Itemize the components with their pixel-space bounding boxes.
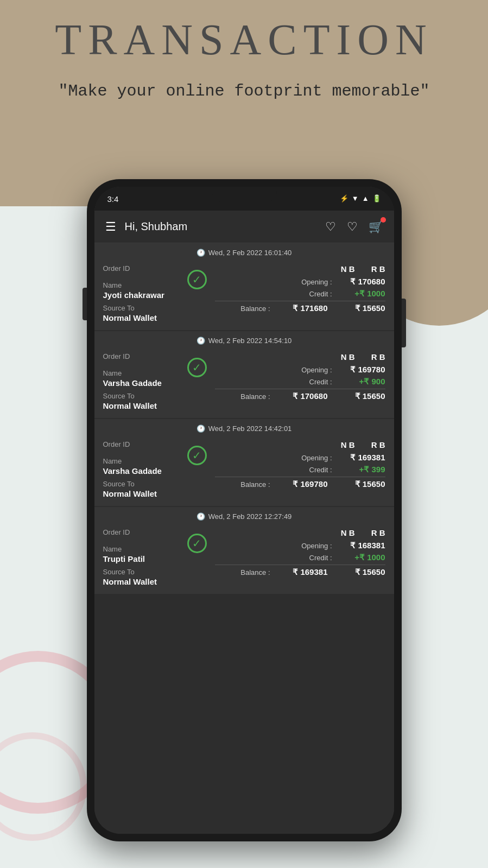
tx-col-headers-4: N B R B	[215, 528, 385, 537]
rb-header-4: R B	[371, 528, 385, 537]
credit-row-1: Credit : +₹ 1000	[215, 289, 385, 299]
opening-val-4: ₹ 168381	[337, 541, 385, 550]
balance-row-1: Balance : ₹ 171680 ₹ 15650	[215, 303, 385, 313]
header-area: TRANSACTION "Make your online footprint …	[0, 0, 488, 103]
rb-header-1: R B	[371, 264, 385, 274]
tx-body-4: Order ID Name Trupti Patil Source To Nor…	[94, 524, 394, 594]
source-label-4: Source To	[103, 568, 179, 576]
name-value-3: Varsha Gadade	[103, 466, 179, 476]
tx-divider-4	[215, 565, 385, 565]
check-mark-2: ✓	[192, 362, 201, 373]
credit-row-2: Credit : +₹ 900	[215, 377, 385, 387]
nav-greeting: Hi, Shubham	[125, 220, 325, 233]
balance-rb-4: ₹ 15650	[337, 567, 385, 577]
opening-label-1: Opening :	[301, 278, 332, 286]
name-label-4: Name	[103, 545, 179, 553]
tx-right-4: N B R B Opening : ₹ 168381 Credit : +₹ 1…	[215, 528, 385, 586]
balance-row-4: Balance : ₹ 169381 ₹ 15650	[215, 567, 385, 577]
nb-header-2: N B	[341, 352, 355, 362]
name-value-4: Trupti Patil	[103, 554, 179, 563]
tx-datetime-1: 🕐 Wed, 2 Feb 2022 16:01:40	[94, 243, 394, 260]
credit-label-2: Credit :	[309, 378, 332, 386]
source-value-1: Normal Wallet	[103, 313, 179, 322]
name-label-1: Name	[103, 281, 179, 289]
rb-header-2: R B	[371, 352, 385, 362]
tx-check-1: ✓	[185, 264, 210, 322]
balance-rb-2: ₹ 15650	[337, 391, 385, 401]
tx-left-4: Order ID Name Trupti Patil Source To Nor…	[103, 528, 179, 586]
opening-row-1: Opening : ₹ 170680	[215, 277, 385, 287]
opening-label-3: Opening :	[301, 454, 332, 462]
clock-icon: 🕐	[197, 249, 205, 257]
tx-col-headers-1: N B R B	[215, 264, 385, 274]
name-label-3: Name	[103, 457, 179, 465]
source-value-3: Normal Wallet	[103, 489, 179, 498]
balance-rb-1: ₹ 15650	[337, 303, 385, 313]
credit-label-1: Credit :	[309, 290, 332, 298]
tx-col-headers-3: N B R B	[215, 440, 385, 449]
transaction-row: 🕐 Wed, 2 Feb 2022 14:54:10 Order ID Name…	[94, 331, 394, 419]
opening-val-3: ₹ 169381	[337, 453, 385, 462]
balance-row-2: Balance : ₹ 170680 ₹ 15650	[215, 391, 385, 401]
nb-header-4: N B	[341, 528, 355, 537]
nav-icons: ♡ ♡ 🛒	[325, 220, 383, 234]
network-icon: ▲	[362, 194, 369, 203]
order-id-label-3: Order ID	[103, 440, 179, 448]
page-title: TRANSACTION	[0, 15, 488, 65]
source-value-4: Normal Wallet	[103, 577, 179, 586]
signal-icon: ⚡	[340, 194, 348, 203]
name-value-1: Jyoti chakrawar	[103, 290, 179, 300]
menu-icon[interactable]: ☰	[105, 220, 116, 234]
balance-nb-1: ₹ 171680	[279, 303, 328, 313]
page-quote: "Make your online footprint memorable"	[0, 80, 488, 103]
balance-label-2: Balance :	[240, 392, 270, 401]
credit-val-4: +₹ 1000	[337, 553, 385, 562]
source-label-3: Source To	[103, 480, 179, 488]
opening-label-4: Opening :	[301, 542, 332, 550]
tx-right-2: N B R B Opening : ₹ 169780 Credit : +₹ 9…	[215, 352, 385, 410]
phone-frame: 3:4 ⚡ ▼ ▲ 🔋 ☰ Hi, Shubham ♡ ♡ 🛒	[87, 179, 402, 841]
cart-icon[interactable]: 🛒	[369, 220, 383, 234]
source-label-2: Source To	[103, 392, 179, 400]
balance-row-3: Balance : ₹ 169780 ₹ 15650	[215, 479, 385, 489]
cart-badge	[381, 217, 386, 223]
check-mark-4: ✓	[192, 538, 201, 549]
tx-divider-2	[215, 389, 385, 389]
tx-body-3: Order ID Name Varsha Gadade Source To No…	[94, 436, 394, 506]
credit-label-4: Credit :	[309, 554, 332, 562]
check-mark-3: ✓	[192, 450, 201, 461]
wifi-icon: ▼	[352, 194, 359, 203]
notification-icon[interactable]: ♡	[325, 220, 336, 234]
balance-nb-2: ₹ 170680	[279, 391, 328, 401]
transaction-row: 🕐 Wed, 2 Feb 2022 12:27:49 Order ID Name…	[94, 507, 394, 595]
phone-container: 3:4 ⚡ ▼ ▲ 🔋 ☰ Hi, Shubham ♡ ♡ 🛒	[87, 179, 402, 841]
credit-val-1: +₹ 1000	[337, 289, 385, 299]
source-value-2: Normal Wallet	[103, 401, 179, 410]
tx-datetime-2: 🕐 Wed, 2 Feb 2022 14:54:10	[94, 331, 394, 348]
opening-label-2: Opening :	[301, 366, 332, 374]
order-id-label-2: Order ID	[103, 352, 179, 360]
tx-datetime-3: 🕐 Wed, 2 Feb 2022 14:42:01	[94, 419, 394, 436]
credit-row-3: Credit : +₹ 399	[215, 465, 385, 474]
balance-label-3: Balance :	[240, 480, 270, 489]
opening-val-2: ₹ 169780	[337, 365, 385, 375]
credit-label-3: Credit :	[309, 466, 332, 474]
opening-row-4: Opening : ₹ 168381	[215, 541, 385, 550]
check-circle-3: ✓	[187, 446, 207, 465]
tx-left-3: Order ID Name Varsha Gadade Source To No…	[103, 440, 179, 498]
status-time: 3:4	[107, 194, 119, 204]
balance-nb-4: ₹ 169381	[279, 567, 328, 577]
status-notch	[212, 187, 277, 202]
tx-divider-3	[215, 477, 385, 477]
clock-icon-4: 🕐	[197, 512, 205, 521]
tx-left-1: Order ID Name Jyoti chakrawar Source To …	[103, 264, 179, 322]
wishlist-icon[interactable]: ♡	[347, 220, 358, 234]
opening-row-3: Opening : ₹ 169381	[215, 453, 385, 462]
clock-icon-3: 🕐	[197, 425, 205, 433]
tx-right-3: N B R B Opening : ₹ 169381 Credit : +₹ 3…	[215, 440, 385, 498]
phone-inner: 3:4 ⚡ ▼ ▲ 🔋 ☰ Hi, Shubham ♡ ♡ 🛒	[94, 187, 394, 834]
tx-check-3: ✓	[185, 440, 210, 498]
credit-val-3: +₹ 399	[337, 465, 385, 474]
transaction-list: 🕐 Wed, 2 Feb 2022 16:01:40 Order ID Name…	[94, 243, 394, 834]
credit-val-2: +₹ 900	[337, 377, 385, 387]
